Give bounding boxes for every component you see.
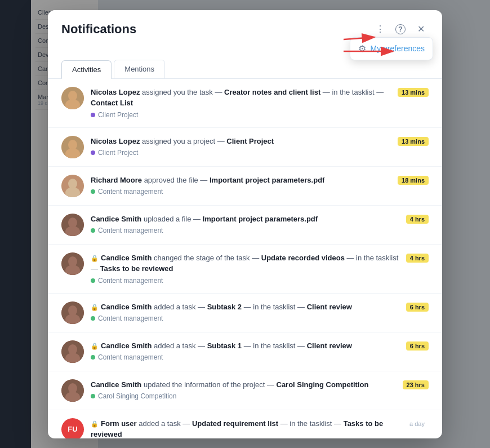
notifications-list: Nicolas Lopez assigned you the task — Cr…: [48, 79, 442, 438]
notification-item[interactable]: Nicolas Lopez assigned you a project — C…: [48, 128, 442, 167]
preferences-link[interactable]: My preferences: [371, 44, 425, 53]
notification-plain-text: assigned you the task —: [140, 88, 224, 96]
notification-bold-text: Richard Moore: [91, 176, 142, 184]
modal-title: Notifications: [61, 22, 136, 37]
notification-plain-text: — in the tasklist —: [278, 419, 344, 428]
notification-content: 🔒 Candice Smith added a task — Subtask 1…: [91, 340, 399, 362]
notification-time: 6 hrs: [406, 303, 429, 312]
tag-label: Content management: [98, 188, 163, 196]
notification-bold-text: Tasks to be reviewed: [100, 264, 173, 273]
notification-tag: Content management: [91, 277, 163, 285]
tag-label: Content management: [98, 353, 163, 361]
avatar: [61, 175, 84, 197]
purple-dot: [91, 113, 95, 117]
notification-plain-text: added a task —: [137, 419, 192, 428]
notification-content: Candice Smith uploaded a file — Importan…: [91, 214, 399, 236]
notification-bold-text: Subtask 2: [207, 303, 242, 311]
notification-plain-text: updated the information of the project —: [141, 380, 276, 389]
notification-item[interactable]: FU🔒 Form user added a task — Updated req…: [48, 410, 442, 438]
notification-plain-text: added a task —: [152, 341, 207, 350]
purple-dot: [91, 150, 95, 155]
notification-item[interactable]: 🔒 Candice Smith added a task — Subtask 1…: [48, 332, 442, 371]
notification-bold-text: Client review: [307, 341, 352, 350]
green-dot: [91, 189, 95, 194]
notification-tag: Content management: [91, 353, 163, 361]
notification-bold-text: Candice Smith: [91, 215, 141, 223]
notification-content: Nicolas Lopez assigned you a project — C…: [91, 136, 391, 158]
notification-item[interactable]: Candice Smith uploaded a file — Importan…: [48, 206, 442, 245]
avatar: [61, 340, 84, 363]
green-dot: [91, 394, 95, 398]
modal-overlay: Notifications ⋮ ? ✕ ⚙ My preferences ⚙: [0, 0, 490, 448]
header-icons: ⋮ ? ✕: [372, 21, 429, 37]
notification-item[interactable]: Candice Smith updated the information of…: [48, 371, 442, 410]
notification-bold-text: Client review: [307, 303, 352, 311]
notification-bold-text: Candice Smith: [101, 303, 152, 311]
notification-text: 🔒 Form user added a task — Updated requi…: [91, 418, 399, 438]
tag-label: Content management: [98, 227, 163, 234]
tag-label: Client Project: [98, 149, 138, 157]
lock-icon: 🔒: [91, 420, 100, 427]
notification-item[interactable]: 🔒 Candice Smith added a task — Subtask 2…: [48, 294, 442, 332]
lock-icon: 🔒: [91, 304, 100, 311]
avatar: [61, 252, 84, 275]
notification-bold-text: Update recorded videos: [261, 254, 345, 262]
notification-time: 4 hrs: [406, 254, 429, 263]
notification-bold-text: Candice Smith: [101, 254, 152, 262]
notification-plain-text: assigned you a project —: [140, 137, 226, 145]
notification-bold-text: Nicolas Lopez: [91, 137, 140, 145]
notification-bold-text: Important project parameters.pdf: [210, 176, 324, 184]
preferences-popup: ⚙ My preferences: [350, 37, 433, 60]
close-icon: ✕: [417, 24, 425, 34]
notification-content: Candice Smith updated the information of…: [91, 379, 396, 401]
green-dot: [91, 355, 95, 360]
notification-text: Richard Moore approved the file — Import…: [91, 175, 391, 186]
notification-content: 🔒 Form user added a task — Updated requi…: [91, 418, 399, 438]
notification-bold-text: Subtask 1: [207, 341, 242, 350]
notification-bold-text: Updated requirement list: [192, 419, 278, 428]
notification-text: 🔒 Candice Smith added a task — Subtask 2…: [91, 301, 399, 313]
tab-mentions[interactable]: Mentions: [114, 60, 165, 78]
green-dot: [91, 228, 95, 233]
tag-label: Content management: [98, 277, 163, 285]
help-button[interactable]: ?: [393, 21, 408, 37]
notification-text: 🔒 Candice Smith added a task — Subtask 1…: [91, 340, 399, 352]
notification-tag: Content management: [91, 227, 163, 234]
notification-plain-text: — in the tasklist —: [320, 88, 384, 96]
tab-activities[interactable]: Activities: [61, 60, 112, 79]
notification-time: 18 mins: [398, 176, 429, 185]
notification-bold-text: Important project parameters.pdf: [203, 215, 318, 223]
close-button[interactable]: ✕: [413, 21, 429, 37]
notification-tag: Content management: [91, 188, 163, 196]
notification-plain-text: uploaded a file —: [141, 215, 202, 223]
notification-item[interactable]: Richard Moore approved the file — Import…: [48, 167, 442, 206]
notification-bold-text: Contact List: [91, 99, 133, 107]
notification-text: Nicolas Lopez assigned you a project — C…: [91, 136, 391, 147]
notification-item[interactable]: Nicolas Lopez assigned you the task — Cr…: [48, 79, 442, 128]
notification-time: 13 mins: [398, 88, 429, 97]
lock-icon: 🔒: [91, 255, 100, 261]
notification-bold-text: Nicolas Lopez: [91, 88, 140, 96]
avatar: [61, 301, 84, 324]
notification-plain-text: added a task —: [152, 303, 207, 311]
modal-header: Notifications ⋮ ? ✕ ⚙ My preferences: [48, 10, 442, 37]
notification-tag: Content management: [91, 314, 163, 322]
notification-content: 🔒 Candice Smith changed the stage of the…: [91, 252, 399, 285]
notification-item[interactable]: 🔒 Candice Smith changed the stage of the…: [48, 245, 442, 294]
notification-bold-text: Client Project: [226, 137, 274, 145]
notification-time: 4 hrs: [406, 215, 429, 224]
avatar: [61, 136, 84, 158]
three-dots-button[interactable]: ⋮: [372, 21, 388, 37]
notification-time: 23 hrs: [403, 380, 429, 389]
gear-icon: ⚙: [358, 43, 366, 54]
notification-time: a day: [406, 419, 429, 428]
lock-icon: 🔒: [91, 343, 100, 349]
notification-tag: Client Project: [91, 111, 138, 119]
tag-label: Content management: [98, 314, 163, 322]
notification-text: Candice Smith updated the information of…: [91, 379, 396, 391]
avatar: FU: [61, 418, 84, 438]
notification-plain-text: — in the tasklist —: [242, 341, 307, 350]
question-icon: ?: [395, 24, 406, 34]
tag-label: Client Project: [98, 111, 138, 119]
three-dots-icon: ⋮: [376, 24, 385, 34]
